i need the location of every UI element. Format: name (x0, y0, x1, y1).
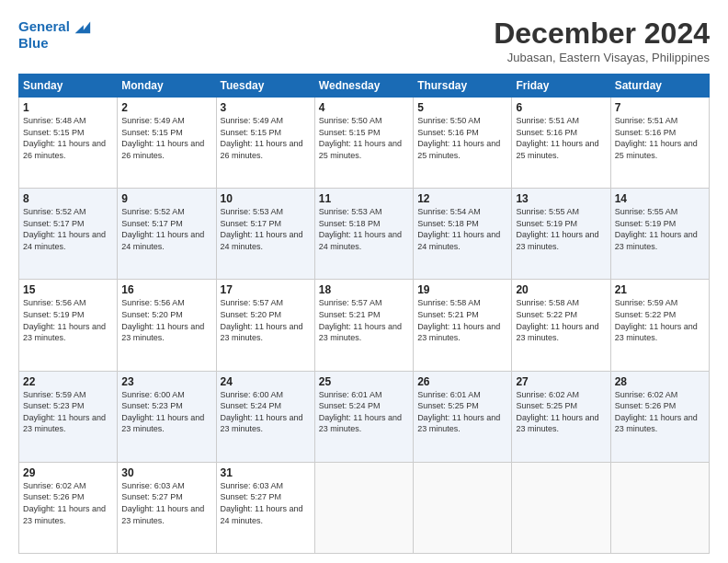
day-number: 18 (319, 283, 409, 296)
calendar-week-3: 15 Sunrise: 5:56 AM Sunset: 5:19 PM Dayl… (19, 280, 710, 371)
calendar-header-row: SundayMondayTuesdayWednesdayThursdayFrid… (19, 75, 710, 98)
day-info: Sunrise: 5:59 AM Sunset: 5:22 PM Dayligh… (615, 297, 705, 343)
day-number: 31 (221, 466, 311, 479)
calendar-cell: 25 Sunrise: 6:01 AM Sunset: 5:24 PM Dayl… (314, 371, 413, 462)
calendar-cell: 3 Sunrise: 5:49 AM Sunset: 5:15 PM Dayli… (216, 98, 314, 189)
calendar-cell: 20 Sunrise: 5:58 AM Sunset: 5:22 PM Dayl… (512, 280, 610, 371)
day-info: Sunrise: 5:49 AM Sunset: 5:15 PM Dayligh… (221, 115, 311, 161)
calendar-header-tuesday: Tuesday (216, 75, 314, 98)
calendar-cell: 29 Sunrise: 6:02 AM Sunset: 5:26 PM Dayl… (19, 462, 118, 553)
day-info: Sunrise: 5:52 AM Sunset: 5:17 PM Dayligh… (23, 206, 113, 252)
calendar-cell: 2 Sunrise: 5:49 AM Sunset: 5:15 PM Dayli… (118, 98, 216, 189)
calendar-cell: 12 Sunrise: 5:54 AM Sunset: 5:18 PM Dayl… (414, 189, 512, 280)
calendar-header-sunday: Sunday (19, 75, 118, 98)
calendar-table: SundayMondayTuesdayWednesdayThursdayFrid… (18, 74, 710, 554)
calendar-cell: 4 Sunrise: 5:50 AM Sunset: 5:15 PM Dayli… (314, 98, 413, 189)
day-number: 5 (417, 101, 507, 114)
day-number: 27 (516, 375, 606, 388)
day-number: 11 (319, 192, 409, 205)
calendar-cell: 18 Sunrise: 5:57 AM Sunset: 5:21 PM Dayl… (314, 280, 413, 371)
day-info: Sunrise: 5:53 AM Sunset: 5:17 PM Dayligh… (221, 206, 311, 252)
day-info: Sunrise: 6:02 AM Sunset: 5:26 PM Dayligh… (23, 480, 113, 526)
calendar-cell: 14 Sunrise: 5:55 AM Sunset: 5:19 PM Dayl… (610, 189, 709, 280)
calendar-cell (512, 462, 610, 553)
calendar-header-monday: Monday (118, 75, 216, 98)
calendar-cell: 15 Sunrise: 5:56 AM Sunset: 5:19 PM Dayl… (19, 280, 118, 371)
day-info: Sunrise: 5:50 AM Sunset: 5:15 PM Dayligh… (319, 115, 409, 161)
day-number: 6 (516, 101, 606, 114)
day-info: Sunrise: 5:51 AM Sunset: 5:16 PM Dayligh… (516, 115, 606, 161)
day-info: Sunrise: 5:52 AM Sunset: 5:17 PM Dayligh… (121, 206, 211, 252)
month-title: December 2024 (494, 17, 710, 51)
day-number: 24 (221, 375, 311, 388)
logo-icon (72, 17, 92, 37)
calendar-cell: 31 Sunrise: 6:03 AM Sunset: 5:27 PM Dayl… (216, 462, 314, 553)
calendar-cell: 16 Sunrise: 5:56 AM Sunset: 5:20 PM Dayl… (118, 280, 216, 371)
calendar-cell: 6 Sunrise: 5:51 AM Sunset: 5:16 PM Dayli… (512, 98, 610, 189)
day-info: Sunrise: 6:02 AM Sunset: 5:26 PM Dayligh… (615, 389, 705, 435)
calendar-cell: 13 Sunrise: 5:55 AM Sunset: 5:19 PM Dayl… (512, 189, 610, 280)
calendar-cell: 24 Sunrise: 6:00 AM Sunset: 5:24 PM Dayl… (216, 371, 314, 462)
day-info: Sunrise: 6:02 AM Sunset: 5:25 PM Dayligh… (516, 389, 606, 435)
day-number: 10 (221, 192, 311, 205)
day-number: 19 (417, 283, 507, 296)
day-info: Sunrise: 6:00 AM Sunset: 5:23 PM Dayligh… (121, 389, 211, 435)
calendar-week-2: 8 Sunrise: 5:52 AM Sunset: 5:17 PM Dayli… (19, 189, 710, 280)
calendar-cell: 28 Sunrise: 6:02 AM Sunset: 5:26 PM Dayl… (610, 371, 709, 462)
day-number: 30 (121, 466, 211, 479)
day-number: 25 (319, 375, 409, 388)
calendar-cell: 9 Sunrise: 5:52 AM Sunset: 5:17 PM Dayli… (118, 189, 216, 280)
calendar-cell: 11 Sunrise: 5:53 AM Sunset: 5:18 PM Dayl… (314, 189, 413, 280)
page: General Blue December 2024 Jubasan, East… (0, 0, 728, 563)
calendar-week-4: 22 Sunrise: 5:59 AM Sunset: 5:23 PM Dayl… (19, 371, 710, 462)
calendar-header-saturday: Saturday (610, 75, 709, 98)
day-info: Sunrise: 5:57 AM Sunset: 5:20 PM Dayligh… (221, 297, 311, 343)
calendar-header-wednesday: Wednesday (314, 75, 413, 98)
day-number: 2 (121, 101, 211, 114)
calendar-header-thursday: Thursday (414, 75, 512, 98)
logo-text-2: Blue (18, 35, 49, 52)
calendar-cell: 8 Sunrise: 5:52 AM Sunset: 5:17 PM Dayli… (19, 189, 118, 280)
day-info: Sunrise: 5:58 AM Sunset: 5:21 PM Dayligh… (417, 297, 507, 343)
day-number: 13 (516, 192, 606, 205)
title-section: December 2024 Jubasan, Eastern Visayas, … (494, 17, 710, 64)
calendar-cell (314, 462, 413, 553)
svg-marker-0 (75, 22, 91, 34)
calendar-cell: 22 Sunrise: 5:59 AM Sunset: 5:23 PM Dayl… (19, 371, 118, 462)
logo: General Blue (18, 17, 92, 52)
day-number: 29 (23, 466, 113, 479)
calendar-cell: 5 Sunrise: 5:50 AM Sunset: 5:16 PM Dayli… (414, 98, 512, 189)
day-info: Sunrise: 6:03 AM Sunset: 5:27 PM Dayligh… (121, 480, 211, 526)
day-number: 12 (417, 192, 507, 205)
day-number: 16 (121, 283, 211, 296)
calendar-header-friday: Friday (512, 75, 610, 98)
day-number: 26 (417, 375, 507, 388)
calendar-cell: 27 Sunrise: 6:02 AM Sunset: 5:25 PM Dayl… (512, 371, 610, 462)
calendar-cell: 26 Sunrise: 6:01 AM Sunset: 5:25 PM Dayl… (414, 371, 512, 462)
day-info: Sunrise: 5:49 AM Sunset: 5:15 PM Dayligh… (121, 115, 211, 161)
day-info: Sunrise: 5:55 AM Sunset: 5:19 PM Dayligh… (516, 206, 606, 252)
day-info: Sunrise: 5:48 AM Sunset: 5:15 PM Dayligh… (23, 115, 113, 161)
day-info: Sunrise: 5:54 AM Sunset: 5:18 PM Dayligh… (417, 206, 507, 252)
day-number: 28 (615, 375, 705, 388)
day-number: 3 (221, 101, 311, 114)
calendar-cell: 17 Sunrise: 5:57 AM Sunset: 5:20 PM Dayl… (216, 280, 314, 371)
calendar-cell (610, 462, 709, 553)
day-number: 1 (23, 101, 113, 114)
calendar-cell: 7 Sunrise: 5:51 AM Sunset: 5:16 PM Dayli… (610, 98, 709, 189)
day-info: Sunrise: 6:00 AM Sunset: 5:24 PM Dayligh… (221, 389, 311, 435)
day-number: 14 (615, 192, 705, 205)
day-info: Sunrise: 5:53 AM Sunset: 5:18 PM Dayligh… (319, 206, 409, 252)
day-number: 20 (516, 283, 606, 296)
day-number: 17 (221, 283, 311, 296)
calendar-week-5: 29 Sunrise: 6:02 AM Sunset: 5:26 PM Dayl… (19, 462, 710, 553)
day-info: Sunrise: 5:59 AM Sunset: 5:23 PM Dayligh… (23, 389, 113, 435)
calendar-cell: 23 Sunrise: 6:00 AM Sunset: 5:23 PM Dayl… (118, 371, 216, 462)
calendar-cell: 19 Sunrise: 5:58 AM Sunset: 5:21 PM Dayl… (414, 280, 512, 371)
day-info: Sunrise: 6:01 AM Sunset: 5:24 PM Dayligh… (319, 389, 409, 435)
day-info: Sunrise: 5:50 AM Sunset: 5:16 PM Dayligh… (417, 115, 507, 161)
calendar-cell: 21 Sunrise: 5:59 AM Sunset: 5:22 PM Dayl… (610, 280, 709, 371)
day-number: 7 (615, 101, 705, 114)
calendar-week-1: 1 Sunrise: 5:48 AM Sunset: 5:15 PM Dayli… (19, 98, 710, 189)
day-number: 15 (23, 283, 113, 296)
